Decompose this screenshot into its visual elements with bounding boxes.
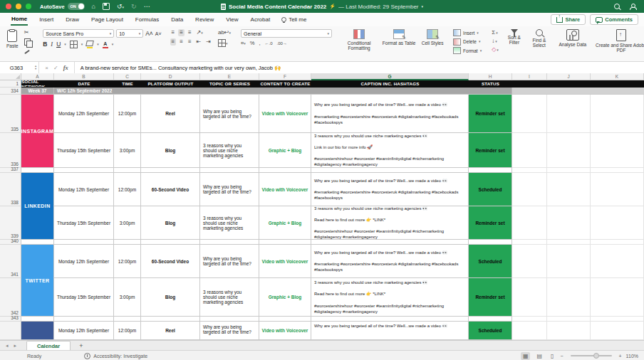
name-box[interactable]: G363 — [0, 62, 33, 73]
zoom-slider[interactable] — [571, 355, 612, 356]
header-content-to-create[interactable]: CONTENT TO CREATE — [259, 80, 311, 88]
week-label-cell[interactable]: Week 37 — [21, 88, 54, 95]
network-cell-twitter[interactable]: TWITTER — [21, 245, 54, 317]
cell-time[interactable]: 3:00pm — [114, 278, 141, 317]
spacer-cell[interactable] — [259, 168, 311, 173]
spacer-cell[interactable] — [141, 317, 200, 322]
cell-time[interactable]: 12:00pm — [114, 173, 141, 206]
cell-topic[interactable]: Why are you being targeted all of the ti… — [200, 95, 259, 133]
cell-date[interactable]: Monday 12th September — [54, 322, 114, 340]
spacer-cell[interactable] — [469, 168, 512, 173]
header-status[interactable]: STATUS — [469, 80, 512, 88]
format-as-table-button[interactable]: Format as Table — [380, 29, 417, 46]
align-left-button[interactable]: ≡ — [170, 38, 177, 46]
empty-cell[interactable] — [591, 95, 644, 133]
sort-filter-button[interactable]: Sort & Filter — [504, 29, 525, 45]
column-header-j[interactable]: J — [547, 73, 591, 80]
cell-platform-output[interactable]: Reel — [141, 95, 200, 133]
spacer-cell[interactable] — [259, 240, 311, 245]
tell-me-button[interactable]: Tell me — [289, 16, 306, 23]
cell-status[interactable]: Scheduled — [469, 173, 512, 206]
header-time[interactable]: TIME — [114, 80, 141, 88]
align-right-button[interactable]: ≡ — [187, 38, 193, 46]
bold-button[interactable]: B — [43, 41, 47, 48]
empty-cell[interactable] — [547, 173, 591, 206]
row-header-342[interactable]: 342 — [0, 278, 21, 317]
empty-cell[interactable] — [591, 278, 644, 317]
spacer-cell[interactable] — [114, 168, 141, 173]
next-sheet-arrow-icon[interactable]: ▸ — [14, 343, 17, 349]
network-cell-linkedin[interactable]: LINKEDIN — [21, 173, 54, 240]
row-header-341[interactable]: 341 — [0, 245, 21, 278]
tab-view[interactable]: View — [225, 14, 239, 25]
font-size-select[interactable]: 10▾ — [116, 29, 143, 38]
share-button[interactable]: Share — [551, 14, 586, 25]
cell-content-to-create[interactable]: Graphic + Blog — [259, 206, 311, 240]
header-empty-fill[interactable] — [512, 80, 644, 88]
cell-time[interactable]: 12:00pm — [114, 95, 141, 133]
empty-cell[interactable] — [512, 322, 547, 340]
increase-decimal-button[interactable]: ←.0 — [265, 41, 273, 46]
spacer-cell[interactable] — [200, 240, 259, 245]
spacer-cell[interactable] — [54, 317, 114, 322]
insert-function-icon[interactable]: fx — [63, 64, 68, 71]
borders-button[interactable] — [70, 41, 78, 48]
column-header-c[interactable]: C — [114, 73, 141, 80]
accessibility-status[interactable]: Accessibility: Investigate — [93, 354, 147, 359]
header-social-network[interactable]: SOCIAL NETWORK — [21, 80, 54, 88]
format-cells-button[interactable]: Format▾ — [453, 47, 482, 54]
cell-caption[interactable]: Why are you being targeted all of the ti… — [311, 245, 469, 278]
cut-button[interactable]: ✂ — [23, 29, 35, 36]
empty-cell[interactable] — [512, 317, 547, 322]
spacer-cell[interactable] — [54, 240, 114, 245]
header-date[interactable]: DATE — [54, 80, 114, 88]
page-break-view-button[interactable]: ▯ — [549, 352, 556, 360]
tab-review[interactable]: Review — [194, 14, 214, 25]
cell-topic[interactable]: Why are you being targeted all of the ti… — [200, 322, 259, 340]
cell-topic[interactable]: 3 reasons why you should use niche marke… — [200, 278, 259, 317]
empty-cell[interactable] — [591, 133, 644, 168]
empty-cell[interactable] — [547, 95, 591, 133]
cell-status[interactable]: Reminder set — [469, 133, 512, 168]
conditional-formatting-button[interactable]: Conditional Formatting — [341, 29, 378, 51]
spacer-cell[interactable] — [114, 240, 141, 245]
empty-cell[interactable] — [512, 206, 547, 240]
italic-button[interactable]: I — [51, 41, 53, 48]
empty-cell[interactable] — [591, 245, 644, 278]
empty-cell[interactable] — [547, 133, 591, 168]
cell-date[interactable]: Thursday 15th September — [54, 278, 114, 317]
cell-platform-output[interactable]: Blog — [141, 133, 200, 168]
empty-cell[interactable] — [512, 278, 547, 317]
cell-date[interactable]: Thursday 15th September — [54, 133, 114, 168]
empty-cell[interactable] — [547, 245, 591, 278]
font-color-caret[interactable]: ▾ — [112, 43, 114, 46]
wrap-text-button[interactable]: ab↩▾ — [217, 29, 232, 36]
borders-caret[interactable]: ▾ — [81, 43, 83, 46]
header-platform-output[interactable]: PLATFORM OUTPUT — [141, 80, 200, 88]
fill-color-caret[interactable]: ▾ — [97, 43, 99, 46]
cell-status[interactable]: Reminder set — [469, 278, 512, 317]
confirm-entry-icon[interactable]: ✓ — [53, 65, 58, 71]
cell-platform-output[interactable]: Blog — [141, 206, 200, 240]
spacer-cell[interactable] — [311, 168, 469, 173]
title-chevron-down-icon[interactable]: ▾ — [422, 5, 424, 9]
empty-cell[interactable] — [591, 206, 644, 240]
empty-cell[interactable] — [512, 245, 547, 278]
cell-content-to-create[interactable]: Video with Voiceover — [259, 322, 311, 340]
cell-content-to-create[interactable]: Video with Voiceover — [259, 95, 311, 133]
column-header-h[interactable]: H — [469, 73, 512, 80]
font-color-button[interactable]: A — [103, 41, 108, 48]
empty-cell[interactable] — [591, 168, 644, 173]
search-icon[interactable] — [614, 4, 620, 9]
zoom-window-button[interactable] — [26, 4, 31, 9]
normal-view-button[interactable]: ▦ — [521, 352, 531, 360]
row-header-338[interactable]: 338 — [0, 173, 21, 206]
week-row-fill[interactable] — [512, 88, 644, 95]
spacer-cell[interactable] — [21, 168, 54, 173]
spacer-cell[interactable] — [21, 240, 54, 245]
tab-draw[interactable]: Draw — [65, 14, 80, 25]
cell-time[interactable]: 12:00pm — [114, 322, 141, 340]
empty-cell[interactable] — [591, 317, 644, 322]
spacer-cell[interactable] — [311, 240, 469, 245]
cell-topic[interactable]: 3 reasons why you should use niche marke… — [200, 133, 259, 168]
